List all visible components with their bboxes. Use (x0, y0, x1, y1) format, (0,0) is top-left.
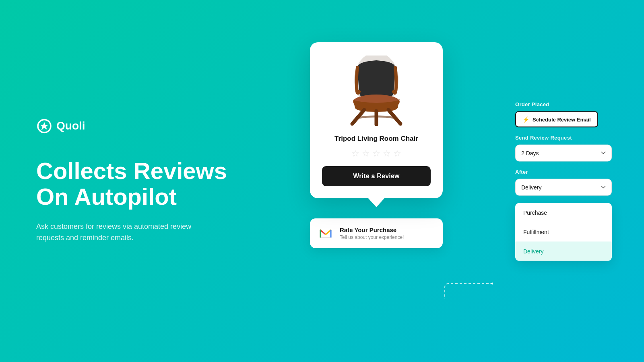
dropdown-item-purchase[interactable]: Purchase (515, 203, 612, 222)
left-section: Quoli Collects ReviewsOn Autopilot Ask c… (36, 118, 227, 244)
send-review-label: Send Review Request (515, 135, 612, 141)
bolt-icon: ⚡ (522, 116, 529, 123)
after-select[interactable]: Purchase Fulfillment Delivery (515, 179, 612, 196)
after-section: After Purchase Fulfillment Delivery (515, 169, 612, 196)
schedule-review-email-button[interactable]: ⚡ Schedule Review Email (515, 111, 598, 128)
gmail-icon (318, 226, 333, 241)
logo-icon (36, 118, 52, 134)
email-card-subtitle: Tell us about your experience! (340, 234, 404, 240)
email-card: Rate Your Purchase Tell us about your ex… (310, 218, 443, 248)
star-4: ☆ (383, 148, 391, 159)
product-image (336, 54, 417, 127)
days-select[interactable]: 1 Day 2 Days 3 Days 5 Days 7 Days (515, 145, 612, 162)
dropdown-item-fulfillment[interactable]: Fulfillment (515, 222, 612, 242)
send-review-section: Send Review Request 1 Day 2 Days 3 Days … (515, 135, 612, 162)
order-placed-label: Order Placed (515, 101, 612, 107)
star-1: ☆ (351, 148, 359, 159)
after-label: After (515, 169, 612, 175)
subtext: Ask customers for reviews via automated … (36, 221, 209, 244)
connector-arrow (441, 267, 493, 300)
schedule-btn-label: Schedule Review Email (533, 116, 591, 122)
email-card-title: Rate Your Purchase (340, 226, 404, 233)
write-review-button[interactable]: Write a Review (322, 166, 431, 186)
email-card-content: Rate Your Purchase Tell us about your ex… (340, 226, 404, 240)
right-panel: Order Placed ⚡ Schedule Review Email Sen… (515, 101, 612, 261)
headline: Collects ReviewsOn Autopilot (36, 158, 227, 210)
logo: Quoli (36, 118, 227, 134)
logo-text: Quoli (56, 119, 85, 132)
dropdown-menu: Purchase Fulfillment Delivery (515, 203, 612, 261)
product-card-wrapper: Tripod Living Room Chair ☆ ☆ ☆ ☆ ☆ Write… (310, 42, 443, 248)
star-2: ☆ (362, 148, 370, 159)
product-name: Tripod Living Room Chair (322, 135, 431, 143)
stars: ☆ ☆ ☆ ☆ ☆ (322, 148, 431, 159)
star-5: ☆ (393, 148, 401, 159)
product-card: Tripod Living Room Chair ☆ ☆ ☆ ☆ ☆ Write… (310, 42, 443, 198)
dropdown-item-delivery[interactable]: Delivery (515, 242, 612, 261)
star-3: ☆ (372, 148, 380, 159)
order-placed-section: Order Placed ⚡ Schedule Review Email (515, 101, 612, 128)
